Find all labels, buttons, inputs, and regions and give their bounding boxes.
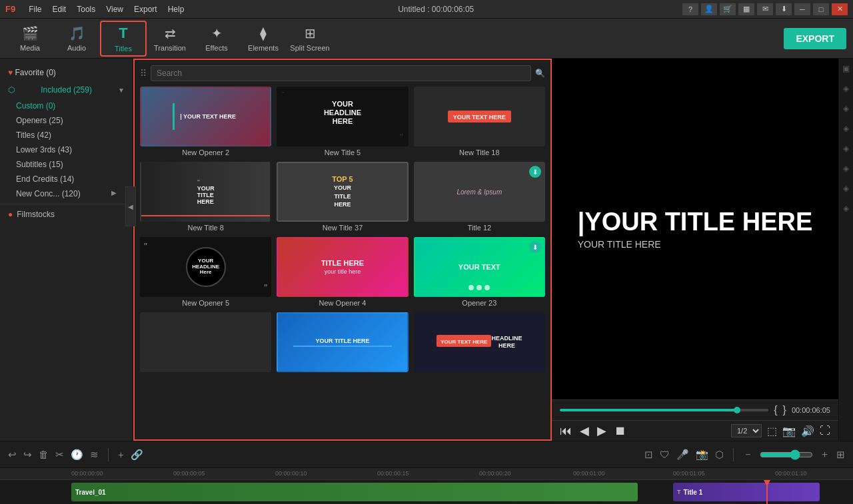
snapshot-icon[interactable]: 📷	[782, 425, 796, 437]
undo-icon[interactable]: ↩	[8, 449, 17, 461]
list-item[interactable]: TOP 5YOURTITLEHERE New Title 37	[277, 162, 408, 232]
maximize-button[interactable]: □	[813, 3, 829, 15]
titles-grid-panel: ⠿ 🔍 | YOUR TEXT HERE New Opener 2 " YOUR…	[133, 59, 552, 441]
thumb-text-new-title-8: " YOURTITLEHERE	[195, 176, 217, 208]
download-icon[interactable]: ⬇	[776, 3, 792, 15]
sidebar-filmstocks[interactable]: ● Filmstocks	[0, 204, 133, 224]
redo-icon[interactable]: ↪	[23, 449, 32, 461]
list-item[interactable]: " YOURTITLEHERE New Title 8	[140, 162, 271, 232]
panel-icon-3[interactable]: ◈	[843, 104, 849, 113]
blue-bar	[293, 346, 392, 347]
list-item[interactable]: YOUR TEXT HERE HEADLINEHERE	[414, 312, 545, 374]
video-clip[interactable]: Travel_01	[71, 483, 638, 501]
panel-icon-5[interactable]: ◈	[843, 144, 849, 153]
volume-icon[interactable]: 🔊	[801, 425, 814, 437]
shield-icon[interactable]: 🛡	[660, 449, 670, 460]
account-icon[interactable]: 👤	[701, 3, 717, 15]
detach-icon[interactable]: ⊡	[644, 449, 653, 461]
toolbar: 🎬 Media 🎵 Audio T Titles ⇄ Transition ✦ …	[0, 19, 853, 59]
menu-view[interactable]: View	[101, 0, 129, 18]
audio-tool[interactable]: 🎵 Audio	[53, 21, 100, 57]
add-track-icon[interactable]: +	[118, 449, 124, 460]
minimize-button[interactable]: ─	[794, 3, 810, 15]
sidebar-included[interactable]: ⬡ Included (259) ▼	[0, 81, 133, 99]
list-item[interactable]: ⬇ Lorem & Ipsum Title 12	[414, 162, 545, 232]
panel-icon-4[interactable]: ◈	[843, 124, 849, 133]
zoom-slider[interactable]	[760, 449, 813, 460]
titles-tool[interactable]: T Titles	[100, 21, 147, 57]
panel-icon-8[interactable]: ◈	[843, 204, 849, 213]
panel-icon-6[interactable]: ◈	[843, 164, 849, 173]
mail-icon[interactable]: ✉	[757, 3, 773, 15]
sidebar-item-titles[interactable]: Titles (42)	[0, 128, 133, 142]
store-icon[interactable]: 🛒	[720, 3, 736, 15]
sidebar-item-openers[interactable]: Openers (25)	[0, 113, 133, 128]
delete-icon[interactable]: 🗑	[39, 449, 49, 460]
menu-edit[interactable]: Edit	[47, 0, 72, 18]
snapshot-btm-icon[interactable]: 📸	[696, 449, 708, 461]
sidebar-item-custom[interactable]: Custom (0)	[0, 99, 133, 113]
close-button[interactable]: ✕	[832, 3, 848, 15]
layout-icon[interactable]: ▦	[738, 3, 754, 15]
list-item[interactable]: YOUR TITLE HERE	[277, 312, 408, 374]
history-icon[interactable]: 🕐	[71, 449, 83, 461]
audio-settings-icon[interactable]: ≋	[90, 449, 99, 461]
playhead[interactable]	[766, 480, 768, 504]
media-tool[interactable]: 🎬 Media	[7, 21, 53, 57]
panel-icon-1[interactable]: ▣	[842, 64, 850, 73]
link-icon[interactable]: 🔗	[131, 449, 143, 461]
sidebar-favorite[interactable]: ♥ Favorite (0)	[0, 64, 133, 81]
bracket-right-icon[interactable]: }	[783, 404, 786, 416]
sidebar-item-newconc[interactable]: New Conc... (120) ▶	[0, 186, 133, 201]
effects-tool[interactable]: ✦ Effects	[193, 21, 240, 57]
help-icon[interactable]: ?	[682, 3, 698, 15]
fullscreen-icon[interactable]: ⛶	[820, 425, 830, 437]
menu-file[interactable]: File	[23, 0, 47, 18]
stop-icon[interactable]: ⏹	[614, 424, 626, 438]
list-item[interactable]	[140, 312, 271, 374]
menu-tools[interactable]: Tools	[71, 0, 101, 18]
list-item[interactable]: YOURHEADLINEHere " " New Opener 5	[140, 237, 271, 307]
list-item[interactable]: ⬇ YOUR TEXT Opener 23	[414, 237, 545, 307]
transition-tool[interactable]: ⇄ Transition	[147, 21, 193, 57]
zoom-out-icon[interactable]: －	[743, 448, 753, 461]
zoom-in-icon[interactable]: ＋	[820, 448, 830, 461]
search-icon[interactable]: 🔍	[535, 69, 545, 78]
titles-grid: | YOUR TEXT HERE New Opener 2 " YOURHEAD…	[140, 87, 545, 374]
frame-back-icon[interactable]: ◀	[580, 423, 589, 438]
menu-export[interactable]: Export	[129, 0, 163, 18]
sidebar-collapse-btn[interactable]: ◀	[125, 186, 133, 226]
play-icon[interactable]: ▶	[597, 423, 606, 438]
progress-handle[interactable]	[734, 407, 740, 413]
sidebar-item-subtitles[interactable]: Subtitles (15)	[0, 157, 133, 172]
export-btm-icon[interactable]: ⬡	[715, 449, 724, 461]
ruler-mark-6: 00:00:01:05	[673, 470, 705, 477]
title-clip-icon: T	[677, 489, 681, 495]
title-clip[interactable]: T Title 1	[673, 483, 820, 501]
thumbnail-new-title-5: " YOURHEADLINEHERE "	[277, 87, 408, 146]
cut-icon[interactable]: ✂	[55, 449, 64, 461]
mic-icon[interactable]: 🎤	[676, 449, 689, 461]
sidebar-item-lower3rds[interactable]: Lower 3rds (43)	[0, 142, 133, 157]
render-icon[interactable]: ⬚	[767, 425, 777, 437]
panel-icon-2[interactable]: ◈	[843, 84, 849, 93]
sidebar-item-endcredits[interactable]: End Credits (14)	[0, 172, 133, 186]
list-item[interactable]: " YOURHEADLINEHERE " New Title 5	[277, 87, 408, 156]
split-screen-tool[interactable]: ⊞ Split Screen	[287, 21, 333, 57]
export-button[interactable]: EXPORT	[784, 28, 846, 49]
expand-icon[interactable]: ⊞	[836, 449, 845, 461]
panel-icon-7[interactable]: ◈	[843, 184, 849, 193]
list-item[interactable]: TITLE HERE your title here New Opener 4	[277, 237, 408, 307]
list-item[interactable]: | YOUR TEXT HERE New Opener 2	[140, 87, 271, 156]
elements-tool[interactable]: ⧫ Elements	[240, 21, 287, 57]
page-select[interactable]: 1/2	[731, 424, 762, 437]
list-item[interactable]: YOUR TEXT HERE New Title 18	[414, 87, 545, 156]
search-input[interactable]	[151, 65, 531, 81]
menu-help[interactable]: Help	[163, 0, 190, 18]
step-back-icon[interactable]: ⏮	[560, 424, 572, 438]
bracket-left-icon[interactable]: {	[774, 404, 777, 416]
chevron-right-icon: ▶	[111, 189, 117, 198]
progress-bar[interactable]	[560, 409, 768, 411]
drag-handle-icon[interactable]: ⠿	[140, 68, 147, 79]
playback-extras: 1/2 ⬚ 📷 🔊 ⛶	[731, 424, 830, 437]
